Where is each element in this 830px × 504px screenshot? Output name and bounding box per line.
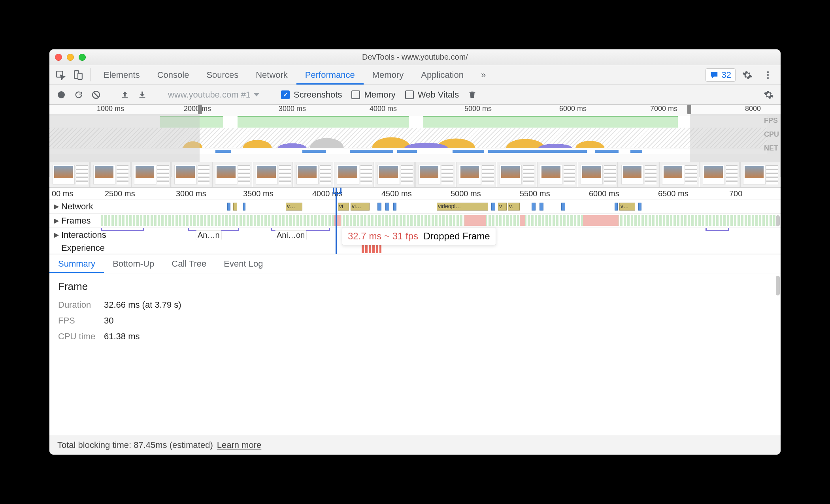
device-toggle-icon[interactable]	[69, 65, 87, 85]
track-frames[interactable]: ▶ Frames	[49, 214, 781, 228]
detail-tab-calltree[interactable]: Call Tree	[163, 254, 215, 273]
svg-rect-9	[140, 97, 145, 98]
tab-elements[interactable]: Elements	[95, 65, 149, 85]
recording-dropdown[interactable]: www.youtube.com #1	[164, 90, 263, 100]
detail-tab-bottomup[interactable]: Bottom-Up	[104, 254, 163, 273]
chevron-right-icon: ▶	[54, 231, 59, 239]
webvitals-checkbox[interactable]: Web Vitals	[402, 90, 462, 100]
summary-title: Frame	[58, 280, 772, 293]
reload-button[interactable]	[72, 88, 86, 102]
trash-button[interactable]	[465, 88, 479, 102]
flame-ruler: 00 ms 2500 ms 3000 ms 3500 ms 4000 ms 45…	[49, 188, 781, 199]
screenshot-thumb[interactable]	[497, 162, 537, 187]
screenshot-thumb[interactable]	[740, 162, 780, 187]
tab-performance[interactable]: Performance	[296, 65, 364, 85]
detail-tab-summary[interactable]: Summary	[49, 254, 104, 273]
summary-cpu: 61.38 ms	[104, 331, 140, 342]
summary-duration: 32.66 ms (at 3.79 s)	[104, 300, 181, 310]
perf-toolbar: www.youtube.com #1 Screenshots Memory We…	[49, 85, 781, 105]
screenshot-thumb[interactable]	[537, 162, 577, 187]
summary-fps: 30	[104, 316, 113, 326]
overview-handle-right[interactable]	[687, 105, 691, 114]
tab-sources[interactable]: Sources	[198, 65, 247, 85]
panel-tabbar: Elements Console Sources Network Perform…	[49, 65, 781, 85]
inspect-icon[interactable]	[52, 65, 69, 85]
messages-button[interactable]: 32	[706, 68, 736, 82]
scrollbar[interactable]	[776, 276, 780, 295]
detail-tab-eventlog[interactable]: Event Log	[215, 254, 272, 273]
window-title: DevTools - www.youtube.com/	[49, 53, 781, 62]
screenshot-thumb[interactable]	[172, 162, 211, 187]
screenshots-checkbox[interactable]: Screenshots	[278, 90, 345, 100]
tab-application[interactable]: Application	[412, 65, 472, 85]
tab-memory[interactable]: Memory	[364, 65, 412, 85]
screenshot-thumb[interactable]	[294, 162, 334, 187]
svg-point-4	[767, 74, 769, 75]
checkbox-icon	[281, 90, 290, 99]
tab-console[interactable]: Console	[149, 65, 198, 85]
screenshot-thumb[interactable]	[375, 162, 415, 187]
capture-settings-gear-icon[interactable]	[762, 88, 776, 102]
screenshot-thumb[interactable]	[334, 162, 374, 187]
messages-count: 32	[722, 70, 731, 80]
overview-handle-left[interactable]	[198, 105, 202, 114]
screenshot-thumb[interactable]	[212, 162, 252, 187]
screenshot-thumb[interactable]	[131, 162, 171, 187]
track-network[interactable]: ▶ Network v… vi vi… videopl… v v. v…	[49, 199, 781, 214]
frame-tooltip: 32.7 ms ~ 31 fps Dropped Frame	[342, 227, 496, 245]
detail-tabbar: Summary Bottom-Up Call Tree Event Log	[49, 254, 781, 273]
panel-tabs: Elements Console Sources Network Perform…	[95, 65, 494, 85]
checkbox-icon	[405, 90, 414, 99]
devtools-window: DevTools - www.youtube.com/ Elements Con…	[49, 49, 781, 455]
screenshot-filmstrip[interactable]	[49, 162, 781, 187]
record-button[interactable]	[54, 88, 68, 102]
overview-pane[interactable]: 1000 ms 2000 ms 3000 ms 4000 ms 5000 ms …	[49, 105, 781, 188]
screenshot-thumb[interactable]	[91, 162, 130, 187]
screenshot-thumb[interactable]	[619, 162, 658, 187]
gear-icon[interactable]	[739, 70, 756, 80]
detail-body: Frame Duration32.66 ms (at 3.79 s) FPS30…	[49, 273, 781, 435]
svg-point-6	[58, 91, 65, 98]
tab-overflow[interactable]: »	[472, 65, 494, 85]
svg-rect-2	[78, 73, 82, 79]
titlebar: DevTools - www.youtube.com/	[49, 49, 781, 65]
screenshot-thumb[interactable]	[415, 162, 455, 187]
svg-point-3	[767, 71, 769, 73]
learn-more-link[interactable]: Learn more	[217, 440, 262, 450]
screenshot-thumb[interactable]	[578, 162, 618, 187]
chevron-right-icon: ▶	[54, 203, 59, 210]
chevron-right-icon: ▶	[54, 217, 59, 224]
tbt-text: Total blocking time: 87.45ms (estimated)	[57, 440, 213, 450]
screenshot-thumb[interactable]	[50, 162, 90, 187]
screenshot-thumb[interactable]	[700, 162, 740, 187]
screenshot-thumb[interactable]	[659, 162, 699, 187]
kebab-icon[interactable]	[759, 70, 777, 80]
scrollbar[interactable]	[776, 215, 780, 226]
playhead[interactable]	[336, 188, 337, 254]
svg-point-5	[767, 77, 769, 79]
screenshot-thumb[interactable]	[253, 162, 293, 187]
overview-ruler: 1000 ms 2000 ms 3000 ms 4000 ms 5000 ms …	[49, 105, 781, 114]
screenshot-thumb[interactable]	[456, 162, 496, 187]
checkbox-icon	[351, 90, 360, 99]
memory-checkbox[interactable]: Memory	[348, 90, 398, 100]
flame-pane[interactable]: 00 ms 2500 ms 3000 ms 3500 ms 4000 ms 45…	[49, 188, 781, 254]
tab-network[interactable]: Network	[247, 65, 296, 85]
svg-rect-8	[122, 97, 128, 98]
statusbar: Total blocking time: 87.45ms (estimated)…	[49, 435, 781, 455]
clear-button[interactable]	[89, 88, 103, 102]
download-button[interactable]	[135, 88, 149, 102]
upload-button[interactable]	[118, 88, 132, 102]
